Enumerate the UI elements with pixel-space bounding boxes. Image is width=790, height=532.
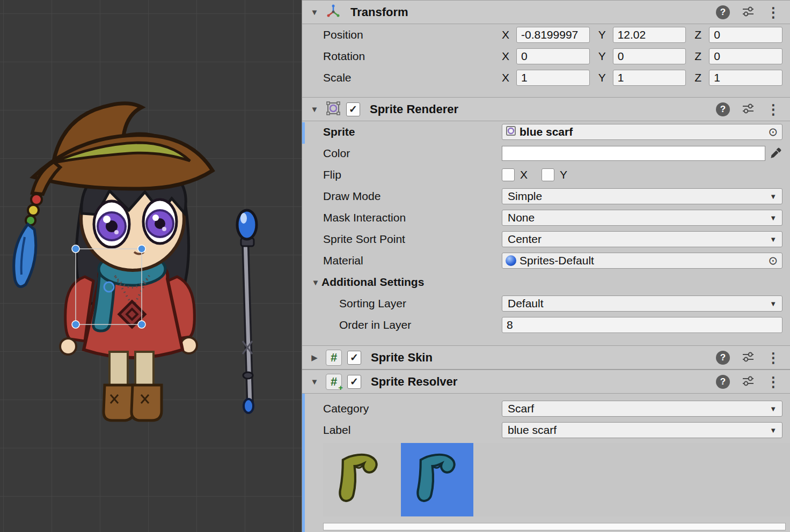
position-x-field[interactable]: -0.8199997 [516,27,590,43]
flip-y-checkbox[interactable] [542,168,554,181]
scene-canvas[interactable] [0,0,302,532]
order-in-layer-label: Order in Layer [339,319,502,331]
selector-scrollbar[interactable] [323,523,786,530]
mask-interaction-dropdown[interactable]: None ▼ [502,210,782,226]
rotation-label: Rotation [323,50,502,63]
presets-icon[interactable] [742,350,755,365]
more-menu-icon[interactable]: ⋮ [766,375,780,389]
presets-icon[interactable] [742,374,755,389]
component-enabled-checkbox[interactable]: ✓ [347,351,361,365]
help-icon[interactable]: ? [716,375,730,389]
sorting-layer-dropdown[interactable]: Default ▼ [502,295,782,312]
foldout-icon[interactable]: ▼ [309,377,320,386]
mask-interaction-label: Mask Interaction [323,211,502,224]
draw-mode-row: Draw Mode Simple ▼ [302,186,790,207]
material-label: Material [323,254,502,267]
prefab-override-bar [302,394,305,532]
object-picker-icon[interactable]: ⊙ [767,125,779,138]
more-menu-icon[interactable]: ⋮ [766,5,780,19]
category-value: Scarf [508,402,534,415]
z-axis-label: Z [694,50,705,63]
unity-editor-window: ▼ Transform ? ⋮ Position X [0,0,790,532]
object-picker-icon[interactable]: ⊙ [767,254,779,267]
foldout-icon[interactable]: ▼ [309,105,320,114]
draw-mode-dropdown[interactable]: Simple ▼ [502,188,782,204]
eyedropper-icon[interactable] [769,146,782,160]
x-axis-label: X [502,71,513,84]
check-icon: ✓ [349,104,357,114]
additional-settings-label: Additional Settings [321,276,500,289]
label-label: Label [323,424,502,437]
position-z-field[interactable]: 0 [709,27,782,43]
presets-icon[interactable] [742,5,755,20]
chevron-down-icon: ▼ [770,235,777,243]
plus-badge-icon: + [338,383,343,392]
foldout-icon[interactable]: ▼ [310,278,321,287]
material-object-field[interactable]: Sprites-Default ⊙ [502,253,782,269]
order-in-layer-field[interactable]: 8 [502,317,782,333]
position-y-field[interactable]: 12.02 [613,27,686,43]
staff-sprite[interactable] [237,210,257,413]
position-label: Position [323,28,502,41]
scale-x-field[interactable]: 1 [516,70,590,86]
x-axis-label: X [502,50,513,63]
rotation-row: Rotation X 0 Y 0 Z 0 [302,46,790,67]
component-enabled-checkbox[interactable]: ✓ [346,102,360,116]
more-menu-icon[interactable]: ⋮ [766,102,780,116]
position-y-value: 12.02 [618,28,646,41]
foldout-icon[interactable]: ▼ [309,8,320,17]
thumbnail-green-scarf[interactable] [323,443,396,516]
position-z-value: 0 [714,28,720,41]
rotation-y-field[interactable]: 0 [613,48,686,64]
chevron-down-icon: ▼ [770,214,777,222]
foldout-icon[interactable]: ▶ [309,353,320,363]
rotation-x-field[interactable]: 0 [516,48,590,64]
more-menu-icon[interactable]: ⋮ [766,351,780,365]
y-axis-label: Y [598,28,609,41]
color-swatch[interactable] [502,146,765,161]
category-dropdown[interactable]: Scarf ▼ [502,401,782,417]
category-row: Category Scarf ▼ [302,398,790,419]
transform-icon [326,4,341,21]
flip-y-label: Y [560,168,567,181]
color-row: Color [302,143,790,164]
label-dropdown[interactable]: blue scarf ▼ [502,422,782,438]
help-icon[interactable]: ? [716,102,730,116]
scene-view[interactable] [0,0,302,532]
sprite-sort-point-dropdown[interactable]: Center ▼ [502,231,782,247]
scale-z-field[interactable]: 1 [709,70,782,86]
transform-header: ▼ Transform ? ⋮ [302,0,790,24]
sprite-object-field[interactable]: blue scarf ⊙ [502,124,782,140]
sprite-sort-point-label: Sprite Sort Point [323,233,502,246]
z-axis-label: Z [694,28,705,41]
sprite-skin-header: ▶ # ✓ Sprite Skin ? ⋮ [302,345,790,370]
draw-mode-label: Draw Mode [323,190,502,203]
chevron-down-icon: ▼ [770,426,777,434]
y-axis-label: Y [598,50,609,63]
handle-bottom-right [138,321,145,328]
scale-y-field[interactable]: 1 [613,70,686,86]
rotation-z-field[interactable]: 0 [709,48,782,64]
inspector-panel: ▼ Transform ? ⋮ Position X [302,0,790,532]
position-x-value: -0.8199997 [521,28,578,41]
sprite-resolver-title: Sprite Resolver [371,375,457,389]
material-sphere-icon [506,255,516,266]
scale-y-value: 1 [618,71,624,84]
sprite-resolver-header: ▼ # + ✓ Sprite Resolver ? ⋮ [302,370,790,394]
chevron-down-icon: ▼ [770,193,777,201]
position-row: Position X -0.8199997 Y 12.02 Z 0 [302,24,790,46]
mask-interaction-row: Mask Interaction None ▼ [302,207,790,228]
handle-top-left [72,245,79,253]
component-enabled-checkbox[interactable]: ✓ [347,375,361,389]
label-row: Label blue scarf ▼ [302,419,790,441]
character-sprite[interactable] [14,104,213,420]
presets-icon[interactable] [742,102,755,117]
sprite-renderer-title: Sprite Renderer [370,102,458,116]
scale-z-value: 1 [714,71,720,84]
scale-x-value: 1 [521,71,528,84]
thumbnail-blue-scarf[interactable] [401,443,473,516]
flip-x-checkbox[interactable] [502,168,515,181]
sprite-renderer-header: ▼ ✓ Sprite Renderer ? ⋮ [302,97,790,121]
help-icon[interactable]: ? [716,5,730,19]
help-icon[interactable]: ? [716,351,730,365]
